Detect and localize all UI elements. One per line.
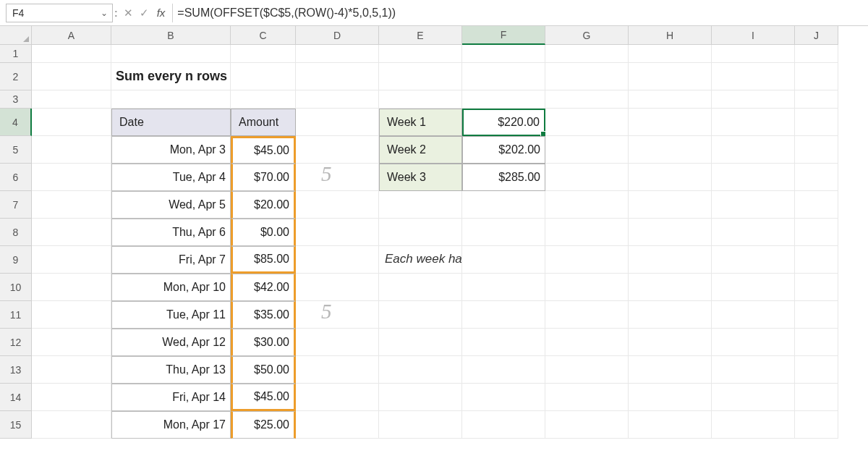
row-header-3[interactable]: 3 <box>0 90 32 109</box>
cell[interactable] <box>795 109 838 136</box>
row-header-8[interactable]: 8 <box>0 219 32 246</box>
cell[interactable] <box>629 301 712 329</box>
week-value[interactable]: $202.00 <box>462 136 545 164</box>
cell[interactable] <box>795 274 838 301</box>
cell[interactable] <box>379 45 462 63</box>
cell[interactable] <box>545 164 629 191</box>
row-header-2[interactable]: 2 <box>0 63 32 90</box>
row-header-4[interactable]: 4 <box>0 109 32 136</box>
table-cell-date[interactable]: Fri, Apr 7 <box>111 246 231 274</box>
cell[interactable] <box>795 90 838 109</box>
cell[interactable] <box>545 45 629 63</box>
cell[interactable] <box>32 90 111 109</box>
cell[interactable] <box>712 274 795 301</box>
table-cell-date[interactable]: Wed, Apr 12 <box>111 329 231 356</box>
row-header-11[interactable]: 11 <box>0 301 32 329</box>
cell[interactable] <box>545 356 629 384</box>
table-cell-amount[interactable]: $42.00 <box>231 274 296 301</box>
cell[interactable] <box>795 45 838 63</box>
row-header-5[interactable]: 5 <box>0 136 32 164</box>
cell[interactable] <box>712 191 795 219</box>
cell[interactable] <box>32 109 111 136</box>
cell[interactable] <box>712 329 795 356</box>
cell[interactable] <box>32 164 111 191</box>
cell[interactable] <box>379 329 462 356</box>
cell[interactable] <box>462 356 545 384</box>
cell[interactable] <box>379 356 462 384</box>
cell[interactable] <box>32 301 111 329</box>
cell[interactable] <box>629 45 712 63</box>
cell[interactable] <box>795 136 838 164</box>
row-header-7[interactable]: 7 <box>0 191 32 219</box>
week-label[interactable]: Week 2 <box>379 136 462 164</box>
row-header-13[interactable]: 13 <box>0 356 32 384</box>
cell[interactable] <box>462 45 545 63</box>
col-header-e[interactable]: E <box>379 26 462 45</box>
cell[interactable] <box>712 63 795 90</box>
table-cell-date[interactable]: Mon, Apr 10 <box>111 274 231 301</box>
cell[interactable] <box>462 411 545 439</box>
cell[interactable] <box>712 90 795 109</box>
cell[interactable] <box>545 246 629 274</box>
cancel-button[interactable]: ✕ <box>121 5 137 21</box>
cell[interactable] <box>545 411 629 439</box>
table-cell-date[interactable]: Mon, Apr 17 <box>111 411 231 439</box>
cell[interactable] <box>795 246 838 274</box>
cell[interactable] <box>379 274 462 301</box>
cell[interactable] <box>629 164 712 191</box>
cell[interactable] <box>462 274 545 301</box>
col-header-j[interactable]: J <box>795 26 838 45</box>
cell[interactable] <box>379 411 462 439</box>
cell[interactable] <box>629 191 712 219</box>
cell[interactable] <box>545 274 629 301</box>
cell[interactable] <box>545 63 629 90</box>
cell[interactable] <box>462 191 545 219</box>
cell[interactable] <box>795 384 838 411</box>
cell[interactable] <box>629 90 712 109</box>
col-header-f[interactable]: F <box>462 26 545 45</box>
table-cell-amount[interactable]: $45.00 <box>231 136 296 164</box>
cell[interactable] <box>296 246 379 274</box>
table-cell-date[interactable]: Mon, Apr 3 <box>111 136 231 164</box>
col-header-c[interactable]: C <box>231 26 296 45</box>
cell[interactable] <box>379 219 462 246</box>
cell[interactable] <box>712 384 795 411</box>
cell[interactable] <box>795 63 838 90</box>
cell[interactable] <box>629 356 712 384</box>
chevron-down-icon[interactable]: ⌄ <box>101 8 108 18</box>
cell[interactable] <box>296 90 379 109</box>
cell[interactable] <box>545 219 629 246</box>
cell[interactable] <box>111 45 231 63</box>
fx-icon[interactable]: fx <box>157 7 166 19</box>
cell[interactable] <box>795 301 838 329</box>
cell[interactable] <box>379 384 462 411</box>
table-cell-amount[interactable]: $70.00 <box>231 164 296 191</box>
cell[interactable] <box>712 45 795 63</box>
table-header-amount[interactable]: Amount <box>231 109 296 136</box>
table-cell-date[interactable]: Thu, Apr 13 <box>111 356 231 384</box>
table-cell-amount[interactable]: $0.00 <box>231 219 296 246</box>
cell[interactable] <box>795 191 838 219</box>
cell[interactable] <box>712 219 795 246</box>
select-all-corner[interactable] <box>0 26 32 45</box>
cell[interactable] <box>462 219 545 246</box>
cell[interactable] <box>296 63 379 90</box>
cell[interactable] <box>296 219 379 246</box>
cell[interactable] <box>32 63 111 90</box>
cell[interactable] <box>32 136 111 164</box>
cell[interactable] <box>629 219 712 246</box>
row-header-10[interactable]: 10 <box>0 274 32 301</box>
cell[interactable] <box>462 301 545 329</box>
row-header-12[interactable]: 12 <box>0 329 32 356</box>
table-cell-date[interactable]: Wed, Apr 5 <box>111 191 231 219</box>
row-header-6[interactable]: 6 <box>0 164 32 191</box>
cell[interactable] <box>545 301 629 329</box>
cell[interactable] <box>379 90 462 109</box>
cell[interactable] <box>629 246 712 274</box>
cell[interactable] <box>712 109 795 136</box>
cell[interactable] <box>462 246 545 274</box>
cell[interactable] <box>32 329 111 356</box>
table-cell-amount[interactable]: $25.00 <box>231 411 296 439</box>
cell[interactable] <box>379 301 462 329</box>
cell[interactable] <box>32 219 111 246</box>
